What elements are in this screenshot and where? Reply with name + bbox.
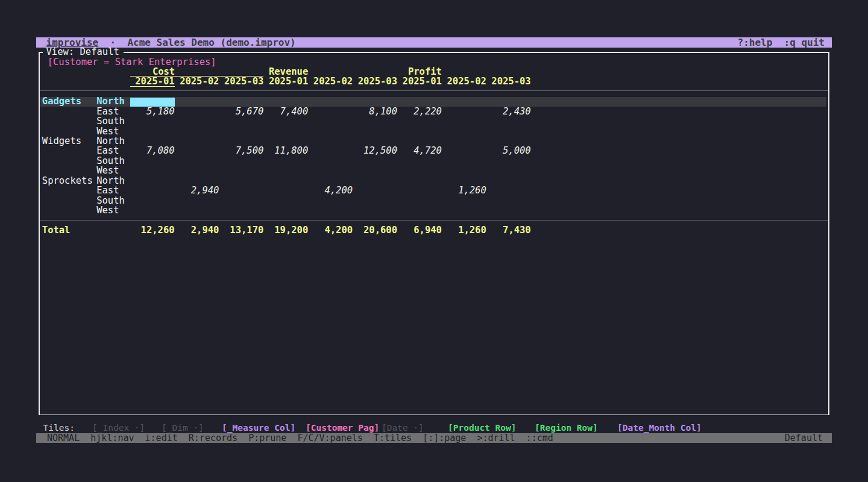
data-cell[interactable]: [263, 176, 308, 186]
data-cell[interactable]: [130, 166, 175, 175]
data-cell[interactable]: [308, 196, 353, 205]
data-cell[interactable]: 5,180: [130, 107, 175, 116]
data-cell[interactable]: [263, 127, 308, 136]
measure-group-cost[interactable]: Cost: [130, 67, 264, 77]
data-cell[interactable]: 11,800: [263, 146, 308, 155]
data-cell[interactable]: 2,430: [486, 107, 531, 116]
column-header-3[interactable]: 2025-01: [263, 77, 308, 86]
tile-region-row[interactable]: [Region Row]: [535, 423, 598, 433]
data-cell[interactable]: [175, 136, 219, 146]
data-cell[interactable]: [308, 136, 353, 146]
data-cell[interactable]: [442, 166, 486, 175]
data-cell[interactable]: [175, 205, 219, 215]
data-cell[interactable]: [486, 196, 531, 205]
data-cell[interactable]: [308, 176, 353, 186]
data-cell[interactable]: [397, 176, 442, 186]
data-cell[interactable]: [353, 196, 397, 205]
column-header-2[interactable]: 2025-03: [219, 77, 263, 86]
data-cell[interactable]: [175, 107, 219, 116]
data-cell[interactable]: [219, 136, 263, 146]
data-cell[interactable]: [486, 156, 531, 166]
data-cell[interactable]: [397, 127, 442, 136]
data-cell[interactable]: [486, 166, 531, 175]
data-cell[interactable]: [263, 166, 308, 175]
data-cell[interactable]: [263, 96, 308, 106]
data-cell[interactable]: 7,500: [219, 146, 263, 155]
data-cell[interactable]: [397, 96, 442, 106]
data-cell[interactable]: 4,200: [308, 186, 353, 195]
data-cell[interactable]: [219, 166, 263, 175]
data-cell[interactable]: [353, 136, 397, 146]
tile-date-month-col[interactable]: [Date_Month Col]: [617, 423, 702, 433]
data-cell[interactable]: 7,400: [263, 107, 308, 116]
data-cell[interactable]: [486, 205, 531, 215]
data-cell[interactable]: [486, 96, 531, 106]
measure-group-profit[interactable]: Profit: [397, 67, 442, 77]
data-cell[interactable]: [397, 156, 442, 166]
data-cell[interactable]: 8,100: [353, 107, 397, 116]
data-cell[interactable]: [353, 156, 397, 166]
data-cell[interactable]: [130, 186, 175, 195]
data-cell[interactable]: [442, 96, 486, 106]
data-cell[interactable]: [397, 186, 442, 195]
column-header-5[interactable]: 2025-03: [353, 77, 397, 86]
data-cell[interactable]: [219, 186, 263, 195]
data-cell[interactable]: [486, 127, 531, 136]
data-cell[interactable]: [397, 205, 442, 215]
data-cell[interactable]: [175, 166, 219, 175]
data-cell[interactable]: [130, 116, 175, 126]
data-cell[interactable]: [442, 116, 486, 126]
data-cell[interactable]: [442, 205, 486, 215]
data-cell[interactable]: [263, 116, 308, 126]
column-header-6[interactable]: 2025-01: [397, 77, 442, 86]
data-cell[interactable]: [263, 196, 308, 205]
data-cell[interactable]: 1,260: [442, 186, 486, 195]
data-cell[interactable]: [486, 116, 531, 126]
data-cell[interactable]: [219, 205, 263, 215]
data-cell[interactable]: [486, 136, 531, 146]
data-cell[interactable]: [442, 107, 486, 116]
data-cell[interactable]: [308, 107, 353, 116]
data-cell[interactable]: [219, 176, 263, 186]
data-cell[interactable]: [263, 205, 308, 215]
data-cell[interactable]: [397, 136, 442, 146]
data-cell[interactable]: [486, 176, 531, 186]
column-header-8[interactable]: 2025-03: [486, 77, 531, 86]
data-cell[interactable]: [130, 96, 175, 106]
data-cell[interactable]: [397, 116, 442, 126]
data-cell[interactable]: [219, 196, 263, 205]
data-cell[interactable]: [442, 127, 486, 136]
data-cell[interactable]: [175, 176, 219, 186]
data-cell[interactable]: [175, 196, 219, 205]
data-cell[interactable]: [175, 116, 219, 126]
data-cell[interactable]: [486, 186, 531, 195]
data-cell[interactable]: [308, 146, 353, 155]
data-cell[interactable]: [219, 127, 263, 136]
data-cell[interactable]: [175, 146, 219, 155]
data-cell[interactable]: [263, 136, 308, 146]
column-header-0[interactable]: 2025-01: [130, 77, 175, 86]
data-cell[interactable]: [308, 96, 353, 106]
data-cell[interactable]: 5,670: [219, 107, 263, 116]
data-cell[interactable]: 7,080: [130, 146, 175, 155]
data-cell[interactable]: [130, 205, 175, 215]
data-cell[interactable]: 4,720: [397, 146, 442, 155]
data-cell[interactable]: [130, 127, 175, 136]
data-cell[interactable]: [308, 116, 353, 126]
data-cell[interactable]: [219, 156, 263, 166]
tile-dim[interactable]: [_Dim ·]: [162, 423, 204, 433]
data-cell[interactable]: [353, 116, 397, 126]
data-cell[interactable]: [130, 156, 175, 166]
data-cell[interactable]: [353, 186, 397, 195]
data-cell[interactable]: [308, 156, 353, 166]
data-cell[interactable]: [353, 166, 397, 175]
tile-index[interactable]: [_Index ·]: [92, 423, 145, 433]
data-cell[interactable]: [353, 96, 397, 106]
data-cell[interactable]: [442, 156, 486, 166]
column-header-1[interactable]: 2025-02: [175, 77, 219, 86]
page-filter[interactable]: [Customer = Stark Enterprises]: [48, 57, 216, 67]
data-cell[interactable]: [175, 127, 219, 136]
data-cell[interactable]: [308, 166, 353, 175]
quit-shortcut[interactable]: :q quit: [784, 37, 825, 48]
data-cell[interactable]: [442, 136, 486, 146]
